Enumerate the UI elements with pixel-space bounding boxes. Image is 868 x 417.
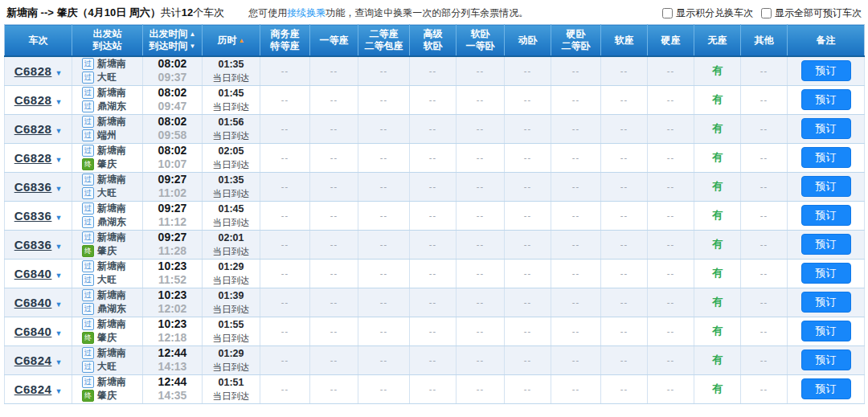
seat-unavailable: -- bbox=[410, 56, 457, 85]
col-header-label: 二等座 bbox=[370, 28, 399, 40]
remarks-cell: 预订 bbox=[788, 259, 865, 288]
seat-unavailable: -- bbox=[310, 374, 358, 403]
book-button[interactable]: 预订 bbox=[801, 321, 851, 341]
book-button[interactable]: 预订 bbox=[801, 263, 851, 284]
chevron-down-icon[interactable]: ▼ bbox=[55, 300, 62, 309]
book-button[interactable]: 预订 bbox=[801, 89, 851, 110]
train-number-link[interactable]: C6824 bbox=[14, 382, 52, 396]
points-exchange-checkbox[interactable] bbox=[662, 8, 673, 18]
seat-unavailable: -- bbox=[648, 317, 694, 345]
col-header-label: 一等座 bbox=[320, 35, 349, 47]
chevron-down-icon[interactable]: ▼ bbox=[55, 185, 62, 193]
seat-unavailable: -- bbox=[260, 201, 310, 230]
seat-unavailable: -- bbox=[358, 201, 410, 230]
points-exchange-checkbox-label[interactable]: 显示积分兑换车次 bbox=[662, 6, 753, 20]
sort-desc-icon[interactable]: ▼ bbox=[190, 40, 196, 52]
show-all-bookable-checkbox[interactable] bbox=[761, 8, 772, 18]
from-station: 新塘南 bbox=[97, 288, 126, 302]
seat-unavailable: -- bbox=[410, 230, 457, 259]
table-header-row: 车次出发站到达站出发时间▲到达时间▼历时▲商务座特等座一等座二等座二等包座高级软… bbox=[5, 25, 865, 57]
show-all-bookable-label-text: 显示全部可预订车次 bbox=[775, 6, 862, 20]
train-number-link[interactable]: C6840 bbox=[14, 267, 52, 280]
book-button[interactable]: 预订 bbox=[801, 60, 851, 81]
col-header-first-class-seat: 一等座 bbox=[310, 25, 358, 57]
book-button[interactable]: 预订 bbox=[801, 176, 851, 197]
to-station-badge: 过 bbox=[82, 187, 94, 199]
seat-unavailable: -- bbox=[741, 172, 788, 201]
duration-cell: 01:35 当日到达 bbox=[203, 172, 260, 201]
book-button[interactable]: 预订 bbox=[801, 147, 851, 168]
chevron-down-icon[interactable]: ▼ bbox=[55, 243, 62, 251]
seat-unavailable: -- bbox=[648, 114, 694, 143]
col-header-premium-soft-sleeper: 高级软卧 bbox=[410, 25, 457, 57]
seat-unavailable: -- bbox=[741, 201, 788, 230]
to-station-badge: 过 bbox=[82, 129, 94, 141]
route-summary: 新塘南 --> 肇庆（4月10日 周六）共计12个车次 bbox=[6, 6, 224, 20]
book-button[interactable]: 预订 bbox=[801, 118, 851, 139]
book-button[interactable]: 预订 bbox=[801, 234, 851, 255]
seat-available: 有 bbox=[694, 230, 741, 259]
chevron-down-icon[interactable]: ▼ bbox=[55, 358, 62, 366]
show-all-bookable-checkbox-label[interactable]: 显示全部可预订车次 bbox=[761, 6, 862, 20]
col-header-times[interactable]: 出发时间▲到达时间▼ bbox=[143, 25, 203, 57]
arrival-time: 11:02 bbox=[143, 186, 202, 200]
chevron-down-icon[interactable]: ▼ bbox=[55, 98, 62, 106]
col-header-label: 软卧 bbox=[424, 40, 443, 52]
stations-cell: 过新塘南 过鼎湖东 bbox=[72, 201, 143, 230]
seat-unavailable: -- bbox=[505, 201, 551, 230]
book-button[interactable]: 预订 bbox=[801, 350, 851, 370]
to-station: 肇庆 bbox=[97, 331, 117, 345]
train-number-link[interactable]: C6840 bbox=[14, 325, 52, 338]
col-header-label: 出发站 bbox=[93, 28, 122, 40]
chevron-down-icon[interactable]: ▼ bbox=[55, 127, 62, 135]
train-number-link[interactable]: C6836 bbox=[14, 238, 52, 251]
train-number-link[interactable]: C6840 bbox=[14, 296, 52, 309]
seat-unavailable: -- bbox=[457, 172, 505, 201]
duration: 01:55 bbox=[203, 318, 260, 332]
duration-cell: 01:35 当日到达 bbox=[203, 56, 260, 85]
transfer-link[interactable]: 接续换乘 bbox=[287, 7, 326, 18]
seat-unavailable: -- bbox=[260, 317, 310, 345]
times-cell: 10:23 11:52 bbox=[143, 259, 203, 288]
col-header-label: 到达站 bbox=[93, 40, 122, 52]
duration: 01:56 bbox=[203, 116, 260, 129]
seat-unavailable: -- bbox=[358, 172, 410, 201]
chevron-down-icon[interactable]: ▼ bbox=[55, 387, 62, 395]
seat-available: 有 bbox=[694, 56, 741, 85]
departure-time: 12:44 bbox=[143, 346, 202, 360]
from-station: 新塘南 bbox=[97, 202, 126, 215]
sort-asc-icon[interactable]: ▲ bbox=[190, 28, 196, 40]
chevron-down-icon[interactable]: ▼ bbox=[55, 272, 62, 280]
seat-unavailable: -- bbox=[457, 317, 505, 345]
seat-unavailable: -- bbox=[505, 259, 551, 288]
train-number-link[interactable]: C6828 bbox=[14, 122, 52, 136]
train-number-link[interactable]: C6836 bbox=[14, 180, 52, 194]
chevron-down-icon[interactable]: ▼ bbox=[55, 156, 62, 164]
seat-unavailable: -- bbox=[260, 259, 310, 288]
col-header-duration[interactable]: 历时▲ bbox=[203, 25, 260, 57]
seat-unavailable: -- bbox=[741, 259, 788, 288]
chevron-down-icon[interactable]: ▼ bbox=[55, 69, 62, 77]
times-cell: 08:02 09:37 bbox=[143, 56, 203, 85]
book-button[interactable]: 预订 bbox=[801, 205, 851, 226]
table-row: C6824▼ 过新塘南 终肇庆 12:44 14:35 01:51 当日到达 -… bbox=[5, 374, 865, 403]
chevron-down-icon[interactable]: ▼ bbox=[55, 214, 62, 222]
seat-unavailable: -- bbox=[741, 288, 788, 317]
train-number-link[interactable]: C6836 bbox=[14, 209, 52, 223]
departure-time: 09:27 bbox=[143, 202, 202, 215]
seat-unavailable: -- bbox=[505, 85, 551, 114]
sort-asc-icon[interactable]: ▲ bbox=[239, 35, 245, 47]
seat-available: 有 bbox=[694, 259, 741, 288]
book-button[interactable]: 预订 bbox=[801, 292, 851, 313]
arrival-time: 09:37 bbox=[143, 71, 202, 84]
train-number-link[interactable]: C6828 bbox=[14, 93, 52, 107]
train-number-link[interactable]: C6824 bbox=[14, 354, 52, 367]
seat-unavailable: -- bbox=[260, 85, 310, 114]
seat-unavailable: -- bbox=[505, 114, 551, 143]
seat-unavailable: -- bbox=[741, 114, 788, 143]
train-number-link[interactable]: C6828 bbox=[14, 64, 52, 78]
stations-cell: 过新塘南 过大旺 bbox=[72, 56, 143, 85]
book-button[interactable]: 预订 bbox=[801, 378, 851, 399]
chevron-down-icon[interactable]: ▼ bbox=[55, 329, 62, 337]
train-number-link[interactable]: C6828 bbox=[14, 151, 52, 165]
